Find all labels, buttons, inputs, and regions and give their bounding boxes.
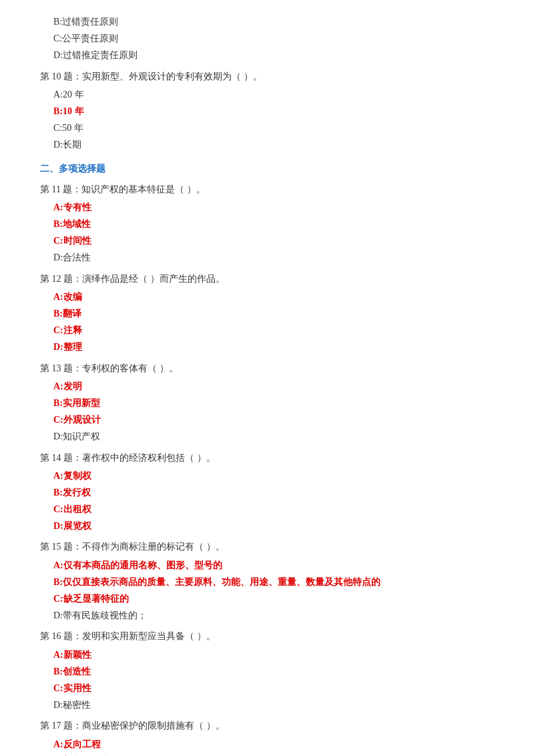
- q14-option-a: A:复制权: [40, 467, 494, 484]
- question-11: 第 11 题：知识产权的基本特征是（ ）。 A:专有性 B:地域性 C:时间性 …: [40, 181, 494, 266]
- q17-text: 商业秘密保护的限制措施有（ ）。: [82, 721, 225, 731]
- q12-option-c: C:注释: [40, 322, 494, 339]
- q15-title: 第 15 题：不得作为商标注册的标记有（ ）。: [40, 538, 494, 555]
- q11-title: 第 11 题：知识产权的基本特征是（ ）。: [40, 181, 494, 198]
- q12-option-b: B:翻译: [40, 305, 494, 322]
- question-10: 第 10 题：实用新型、外观设计的专利有效期为（ ）。 A:20 年 B:10 …: [40, 68, 494, 154]
- question-17: 第 17 题：商业秘密保护的限制措施有（ ）。 A:反向工程 B:善意使用或披露: [40, 717, 494, 756]
- q10-option-a: A:20 年: [40, 86, 494, 103]
- q11-option-c: C:时间性: [40, 232, 494, 249]
- q10-option-b: B:10 年: [40, 103, 494, 120]
- q12-num: 第 12 题：: [40, 274, 82, 284]
- question-15: 第 15 题：不得作为商标注册的标记有（ ）。 A:仅有本商品的通用名称、图形、…: [40, 538, 494, 624]
- q15-option-d: D:带有民族歧视性的；: [40, 607, 494, 624]
- q16-num: 第 16 题：: [40, 631, 82, 641]
- option-b-prev: B:过错责任原则: [40, 13, 494, 30]
- q14-title: 第 14 题：著作权中的经济权利包括（ ）。: [40, 449, 494, 466]
- preceding-options: B:过错责任原则 C:公平责任原则 D:过错推定责任原则: [40, 13, 494, 64]
- question-14: 第 14 题：著作权中的经济权利包括（ ）。 A:复制权 B:发行权 C:出租权…: [40, 449, 494, 535]
- q13-option-d: D:知识产权: [40, 428, 494, 445]
- q11-text: 知识产权的基本特征是（ ）。: [81, 184, 206, 194]
- q11-num: 第 11 题：: [40, 184, 81, 194]
- question-16: 第 16 题：发明和实用新型应当具备（ ）。 A:新颖性 B:创造性 C:实用性…: [40, 628, 494, 713]
- q15-text: 不得作为商标注册的标记有（ ）。: [82, 542, 225, 552]
- q12-text: 演绎作品是经（ ）而产生的作品。: [82, 274, 225, 284]
- q15-num: 第 15 题：: [40, 542, 82, 552]
- q17-num: 第 17 题：: [40, 721, 82, 731]
- q10-text: 实用新型、外观设计的专利有效期为（ ）。: [82, 71, 262, 81]
- q13-num: 第 13 题：: [40, 363, 82, 373]
- q13-option-c: C:外观设计: [40, 411, 494, 428]
- q10-option-d: D:长期: [40, 136, 494, 153]
- q13-title: 第 13 题：专利权的客体有（ ）。: [40, 360, 494, 377]
- q13-option-b: B:实用新型: [40, 395, 494, 411]
- q10-num: 第 10 题：: [40, 71, 82, 81]
- q14-option-b: B:发行权: [40, 484, 494, 501]
- q11-option-d: D:合法性: [40, 249, 494, 266]
- option-d-prev: D:过错推定责任原则: [40, 47, 494, 63]
- q12-option-a: A:改编: [40, 289, 494, 305]
- q10-option-c: C:50 年: [40, 120, 494, 136]
- q14-text: 著作权中的经济权利包括（ ）。: [82, 453, 216, 463]
- q11-option-b: B:地域性: [40, 216, 494, 232]
- q16-option-b: B:创造性: [40, 663, 494, 680]
- q11-option-a: A:专有性: [40, 199, 494, 216]
- q14-option-c: C:出租权: [40, 501, 494, 518]
- q16-option-a: A:新颖性: [40, 646, 494, 663]
- q17-option-b: B:善意使用或披露: [40, 753, 494, 756]
- q16-text: 发明和实用新型应当具备（ ）。: [82, 631, 216, 641]
- q13-option-a: A:发明: [40, 378, 494, 395]
- option-c-prev: C:公平责任原则: [40, 30, 494, 47]
- section-2-title: 二、多项选择题: [40, 160, 494, 177]
- question-12: 第 12 题：演绎作品是经（ ）而产生的作品。 A:改编 B:翻译 C:注释 D…: [40, 270, 494, 356]
- q16-option-c: C:实用性: [40, 680, 494, 697]
- q10-title: 第 10 题：实用新型、外观设计的专利有效期为（ ）。: [40, 68, 494, 85]
- question-13: 第 13 题：专利权的客体有（ ）。 A:发明 B:实用新型 C:外观设计 D:…: [40, 360, 494, 445]
- q12-option-d: D:整理: [40, 339, 494, 355]
- q14-num: 第 14 题：: [40, 453, 82, 463]
- q17-option-a: A:反向工程: [40, 736, 494, 753]
- q16-title: 第 16 题：发明和实用新型应当具备（ ）。: [40, 628, 494, 644]
- q15-option-a: A:仅有本商品的通用名称、图形、型号的: [40, 557, 494, 574]
- q12-title: 第 12 题：演绎作品是经（ ）而产生的作品。: [40, 270, 494, 287]
- q17-title: 第 17 题：商业秘密保护的限制措施有（ ）。: [40, 717, 494, 734]
- q14-option-d: D:展览权: [40, 518, 494, 534]
- q15-option-b: B:仅仅直接表示商品的质量、主要原料、功能、用途、重量、数量及其他特点的: [40, 574, 494, 590]
- q13-text: 专利权的客体有（ ）。: [82, 363, 178, 373]
- q15-option-c: C:缺乏显著特征的: [40, 590, 494, 607]
- q16-option-d: D:秘密性: [40, 697, 494, 713]
